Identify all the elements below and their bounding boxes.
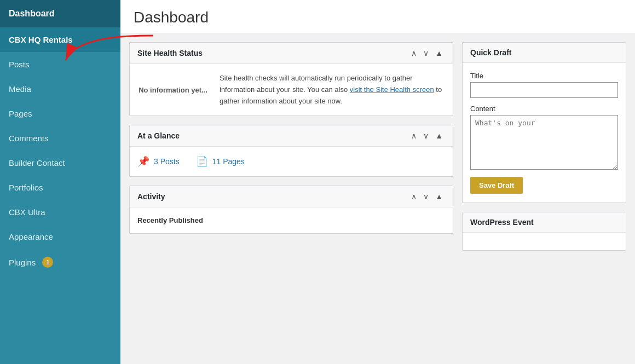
sidebar-item-media-label: Media: [9, 84, 31, 94]
pages-icon: 📄: [196, 155, 208, 167]
activity-collapse-up[interactable]: ∧: [409, 192, 419, 201]
glance-posts-count: 3 Posts: [154, 157, 180, 166]
wordpress-events-body: [463, 233, 626, 250]
quick-draft-header: Quick Draft: [463, 43, 626, 63]
wordpress-events-header: WordPress Event: [463, 212, 626, 233]
glance-posts-link[interactable]: 📌 3 Posts: [137, 155, 180, 167]
left-column: Site Health Status ∧ ∨ ▲ No information …: [129, 42, 453, 355]
wordpress-events-widget: WordPress Event: [462, 212, 626, 251]
activity-controls: ∧ ∨ ▲: [409, 192, 445, 201]
quick-draft-title: Quick Draft: [470, 48, 511, 57]
site-health-title: Site Health Status: [137, 49, 203, 57]
sidebar-item-posts[interactable]: Posts: [0, 52, 120, 77]
sidebar-item-cbx-hq-rentals[interactable]: CBX HQ Rentals: [0, 27, 120, 52]
sidebar-item-portfolios-label: Portfolios: [9, 183, 43, 192]
site-health-collapse-down[interactable]: ∨: [421, 48, 431, 58]
activity-header: Activity ∧ ∨ ▲: [130, 186, 453, 207]
sidebar: Dashboard CBX HQ Rentals Posts Media Pag…: [0, 0, 120, 364]
at-a-glance-collapse-up[interactable]: ∧: [409, 131, 419, 141]
sidebar-item-plugins-label: Plugins: [9, 258, 36, 267]
sidebar-item-portfolios[interactable]: Portfolios: [0, 175, 120, 200]
at-a-glance-title: At a Glance: [137, 131, 180, 140]
quick-draft-widget: Quick Draft Title Content Save Draft: [462, 42, 626, 203]
sidebar-item-comments[interactable]: Comments: [0, 126, 120, 151]
wordpress-events-title: WordPress Event: [470, 218, 534, 227]
sidebar-item-pages[interactable]: Pages: [0, 101, 120, 126]
activity-hide[interactable]: ▲: [433, 192, 445, 201]
sidebar-item-dashboard[interactable]: Dashboard: [0, 0, 120, 27]
site-health-controls: ∧ ∨ ▲: [409, 48, 445, 58]
site-health-link[interactable]: visit the Site Health screen: [350, 85, 434, 94]
health-content: No information yet... Site health checks…: [137, 73, 445, 107]
site-health-header: Site Health Status ∧ ∨ ▲: [130, 43, 453, 64]
quick-draft-body: Title Content Save Draft: [463, 63, 626, 203]
sidebar-item-posts-label: Posts: [9, 60, 30, 69]
site-health-hide[interactable]: ▲: [433, 48, 445, 58]
at-a-glance-widget: At a Glance ∧ ∨ ▲ 📌 3 Posts 📄: [129, 125, 453, 177]
page-header: Dashboard: [120, 0, 635, 33]
sidebar-item-pages-label: Pages: [9, 109, 32, 118]
glance-pages-count: 11 Pages: [212, 157, 245, 166]
draft-title-input[interactable]: [470, 82, 618, 98]
plugins-badge: 1: [42, 257, 53, 268]
activity-collapse-down[interactable]: ∨: [421, 192, 431, 201]
right-column: Quick Draft Title Content Save Draft Wor…: [462, 42, 626, 355]
at-a-glance-controls: ∧ ∨ ▲: [409, 131, 445, 141]
sidebar-item-cbx-hq-rentals-label: CBX HQ Rentals: [9, 35, 73, 44]
at-a-glance-hide[interactable]: ▲: [433, 131, 445, 141]
content-area: Site Health Status ∧ ∨ ▲ No information …: [120, 33, 635, 364]
site-health-body: No information yet... Site health checks…: [130, 64, 453, 115]
page-title: Dashboard: [134, 9, 622, 26]
activity-widget: Activity ∧ ∨ ▲ Recently Published: [129, 186, 453, 234]
pin-icon: 📌: [137, 155, 149, 167]
activity-subtitle: Recently Published: [137, 216, 445, 224]
at-a-glance-body: 📌 3 Posts 📄 11 Pages: [130, 147, 453, 176]
sidebar-item-dashboard-label: Dashboard: [9, 9, 55, 19]
activity-title: Activity: [137, 192, 165, 201]
draft-content-textarea[interactable]: [470, 115, 618, 170]
title-label: Title: [470, 72, 618, 80]
content-label: Content: [470, 105, 618, 113]
activity-body: Recently Published: [130, 207, 453, 233]
at-a-glance-collapse-down[interactable]: ∨: [421, 131, 431, 141]
sidebar-item-cbx-ultra[interactable]: CBX Ultra: [0, 200, 120, 224]
site-health-collapse-up[interactable]: ∧: [409, 48, 419, 58]
sidebar-item-builder-contact[interactable]: Builder Contact: [0, 151, 120, 175]
sidebar-item-builder-contact-label: Builder Contact: [9, 158, 65, 167]
glance-items: 📌 3 Posts 📄 11 Pages: [137, 155, 445, 167]
at-a-glance-header: At a Glance ∧ ∨ ▲: [130, 125, 453, 147]
sidebar-item-cbx-ultra-label: CBX Ultra: [9, 207, 45, 217]
main-content: Dashboard Site Health Status ∧ ∨ ▲ No in…: [120, 0, 635, 364]
site-health-widget: Site Health Status ∧ ∨ ▲ No information …: [129, 42, 453, 116]
health-description: Site health checks will automatically ru…: [220, 73, 445, 107]
health-no-info: No information yet...: [137, 86, 209, 94]
sidebar-item-comments-label: Comments: [9, 134, 49, 143]
sidebar-item-appearance-label: Appearance: [9, 232, 53, 241]
sidebar-item-media[interactable]: Media: [0, 77, 120, 101]
save-draft-button[interactable]: Save Draft: [470, 177, 523, 194]
glance-pages-link[interactable]: 📄 11 Pages: [196, 155, 245, 167]
sidebar-item-appearance[interactable]: Appearance: [0, 224, 120, 249]
sidebar-item-plugins[interactable]: Plugins 1: [0, 249, 120, 275]
